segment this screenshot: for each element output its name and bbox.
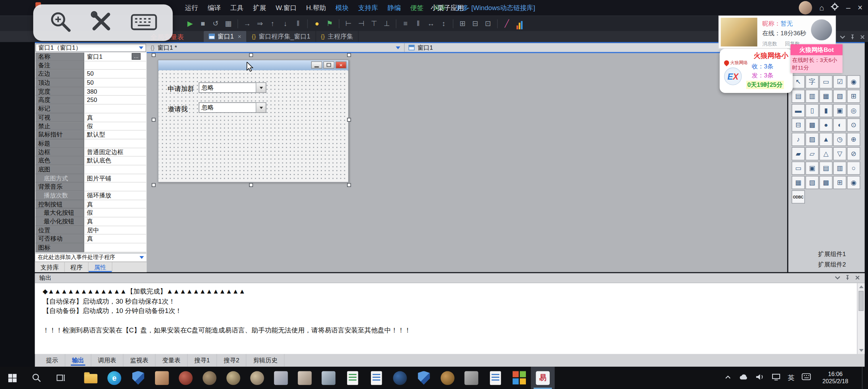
- restart-icon[interactable]: ↺: [210, 18, 221, 29]
- gear-icon[interactable]: [831, 3, 839, 13]
- form-close-button[interactable]: ×: [336, 61, 347, 68]
- property-row[interactable]: 鼠标指针默认型: [35, 131, 146, 139]
- toolbox-component[interactable]: ▱: [805, 147, 819, 160]
- toolbox-component[interactable]: ◎: [847, 104, 860, 117]
- toolbox-component[interactable]: ▧: [805, 176, 819, 189]
- keyboard-icon[interactable]: [130, 10, 158, 35]
- pin-icon[interactable]: [845, 274, 850, 281]
- menu-item[interactable]: 模块: [336, 3, 349, 12]
- toolbox-component[interactable]: ◉: [847, 176, 860, 189]
- property-value[interactable]: 居中: [84, 226, 146, 235]
- property-value[interactable]: 普通固定边框: [84, 148, 146, 157]
- toolbox-component[interactable]: ▽: [833, 147, 846, 160]
- show-desktop-button[interactable]: [862, 367, 865, 389]
- ime-icon[interactable]: [802, 373, 811, 383]
- output-tab[interactable]: 搜寻2: [217, 354, 247, 367]
- toolbox-component[interactable]: △: [819, 147, 833, 160]
- event-selector[interactable]: 在此处选择加入事件处理子程序: [35, 253, 146, 261]
- close-icon[interactable]: [860, 32, 865, 42]
- toolbox-component[interactable]: ⊙: [847, 119, 860, 132]
- toolbox-component[interactable]: ◉: [847, 75, 860, 89]
- document-tab[interactable]: {}主程序集: [316, 31, 359, 42]
- chevron-down-icon[interactable]: [396, 46, 400, 49]
- form-minimize-button[interactable]: [311, 61, 322, 68]
- taskbar-app-photo-app[interactable]: [293, 367, 316, 389]
- toolbox-component[interactable]: ▰: [792, 147, 805, 160]
- combobox-control[interactable]: 忽略: [199, 82, 266, 93]
- property-row[interactable]: 播放次数循环播放: [35, 191, 146, 200]
- property-value[interactable]: 380: [84, 87, 146, 96]
- toolbox-component[interactable]: ◷: [833, 133, 846, 146]
- flag-icon[interactable]: ⚑: [324, 18, 335, 29]
- toolbox-component[interactable]: ♪: [792, 133, 805, 146]
- chevron-down-icon[interactable]: [840, 32, 845, 42]
- taskbar-app-file-explorer[interactable]: [79, 367, 102, 389]
- property-row[interactable]: 边框普通固定边框: [35, 148, 146, 157]
- taskbar-app-app[interactable]: [245, 367, 269, 389]
- output-tab[interactable]: 提示: [39, 354, 65, 367]
- toolbox-component[interactable]: ⊞: [833, 176, 846, 189]
- property-row[interactable]: 可否移动真: [35, 235, 146, 243]
- property-value[interactable]: [84, 104, 146, 113]
- panel-tab[interactable]: 属性: [89, 262, 112, 272]
- toolbox-component[interactable]: ▥: [833, 161, 846, 175]
- toolbox-component[interactable]: ▬: [792, 104, 805, 117]
- property-row[interactable]: 禁止假: [35, 122, 146, 131]
- center-horizontal-icon[interactable]: ≡: [400, 18, 411, 29]
- object-selector[interactable]: 窗口1（窗口1）: [35, 44, 146, 52]
- taskbar-app-app[interactable]: [221, 367, 245, 389]
- user-avatar[interactable]: [799, 1, 812, 14]
- taskbar-app-app[interactable]: [198, 367, 221, 389]
- toolbox-component[interactable]: ▩: [805, 119, 819, 132]
- center-vertical-icon[interactable]: ‖: [412, 18, 424, 29]
- selection-handle[interactable]: [347, 53, 351, 57]
- volume-icon[interactable]: [756, 373, 765, 383]
- property-value[interactable]: 真: [84, 218, 146, 226]
- selection-handle[interactable]: [152, 118, 156, 122]
- property-row[interactable]: 最小化按钮真: [35, 218, 146, 226]
- taskbar-app-photo-app[interactable]: [316, 367, 340, 389]
- label-control[interactable]: 申请加群: [168, 85, 194, 94]
- menu-item[interactable]: 工具: [230, 3, 244, 12]
- property-row[interactable]: 图标: [35, 243, 146, 252]
- taskbar-app-document-app[interactable]: [340, 367, 364, 389]
- language-indicator[interactable]: 英: [788, 373, 794, 383]
- start-button[interactable]: [0, 367, 25, 389]
- toolbox-component[interactable]: ▥: [805, 90, 819, 103]
- step-over-icon[interactable]: ⇒: [254, 18, 266, 29]
- scrollbar-thumb[interactable]: [859, 291, 864, 311]
- output-log[interactable]: ◆▲▲▲▲▲▲▲▲▲▲▲▲【加载完成】▲▲▲▲▲▲▲▲▲▲▲▲【自动保存】启动成…: [35, 283, 857, 354]
- taskbar-app-security-app[interactable]: [412, 367, 436, 389]
- selection-handle[interactable]: [152, 53, 156, 57]
- property-row[interactable]: 位置居中: [35, 226, 146, 235]
- output-tab[interactable]: 剪辑历史: [247, 354, 285, 367]
- compile-icon[interactable]: ▦: [222, 18, 234, 29]
- chevron-down-icon[interactable]: [140, 256, 144, 259]
- toolbox-component[interactable]: ▤: [792, 90, 805, 103]
- toolbox-component[interactable]: ▭: [792, 161, 805, 175]
- output-tab[interactable]: 变量表: [156, 354, 188, 367]
- toolbox-component[interactable]: ⊕: [847, 133, 860, 146]
- class-selector[interactable]: {} 窗口1 *: [147, 43, 405, 52]
- property-row[interactable]: 高度250: [35, 96, 146, 104]
- panel-tab[interactable]: 支持库: [35, 262, 65, 272]
- toolbox-component[interactable]: ▦: [819, 90, 833, 103]
- space-horizontal-icon[interactable]: ↔: [425, 18, 437, 29]
- toolbox-component[interactable]: ☑: [833, 75, 846, 89]
- property-value[interactable]: [84, 61, 146, 70]
- menu-item[interactable]: 扩展: [253, 3, 266, 12]
- home-icon[interactable]: ⌂: [819, 0, 824, 15]
- toolbox-component[interactable]: ▩: [819, 176, 833, 189]
- menu-item[interactable]: 编译: [208, 3, 221, 12]
- cloud-icon[interactable]: [739, 373, 748, 383]
- taskbar-app-document-app[interactable]: [364, 367, 388, 389]
- panel-tab[interactable]: 程序: [65, 262, 89, 272]
- document-tab[interactable]: 窗口1×: [204, 31, 247, 42]
- search-button[interactable]: [25, 367, 49, 389]
- toolbox-component[interactable]: ▤: [819, 161, 833, 175]
- property-value[interactable]: 250: [84, 96, 146, 104]
- selection-handle[interactable]: [249, 53, 253, 57]
- chevron-up-icon[interactable]: [724, 373, 732, 383]
- display-icon[interactable]: [772, 373, 781, 383]
- selection-handle[interactable]: [249, 183, 253, 187]
